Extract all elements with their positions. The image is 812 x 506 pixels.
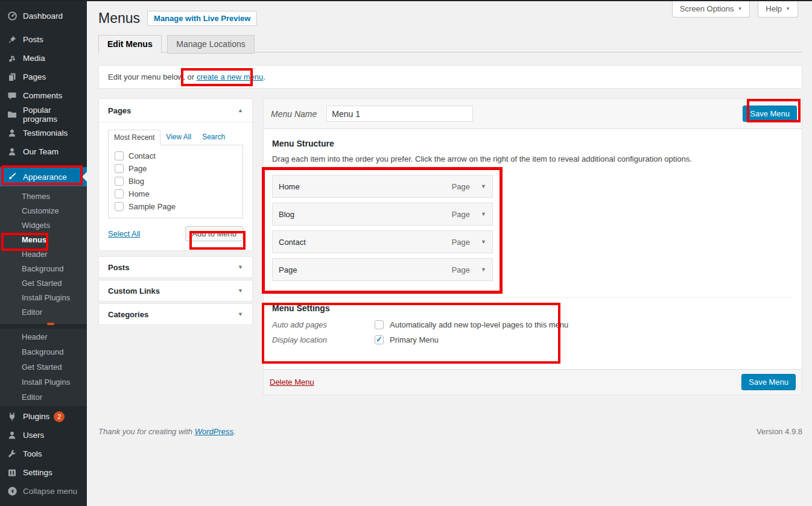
sidebar-item-popular-programs[interactable]: Popular programs <box>0 105 87 124</box>
submenu-item-editor[interactable]: Editor <box>0 305 87 320</box>
menu-item-title: Blog <box>279 210 294 219</box>
add-to-menu-button[interactable]: Add to Menu <box>185 226 243 241</box>
screen-options-button[interactable]: Screen Options ▼ <box>672 1 750 17</box>
sidebar-item-our-team[interactable]: Our Team <box>0 142 87 161</box>
sidebar-item-label: Plugins <box>23 412 49 421</box>
auto-add-pages-checkbox[interactable] <box>375 320 384 329</box>
menu-item-type: Page <box>452 265 470 274</box>
submenu-item-background-2[interactable]: Background <box>0 344 87 359</box>
submenu-item-background[interactable]: Background <box>0 262 87 276</box>
tab-view-all[interactable]: View All <box>160 130 197 145</box>
submenu-item-get-started-2[interactable]: Get Started <box>0 359 87 375</box>
menu-item-page[interactable]: Page Page ▼ <box>272 258 493 281</box>
delete-menu-link[interactable]: Delete Menu <box>270 378 314 387</box>
chevron-down-icon: ▼ <box>238 311 243 317</box>
sidebar-item-appearance[interactable]: Appearance <box>0 167 87 186</box>
save-menu-button-top[interactable]: Save Menu <box>743 106 797 122</box>
create-new-menu-link[interactable]: create a new menu <box>197 72 264 81</box>
submenu-item-widgets[interactable]: Widgets <box>0 218 87 233</box>
sidebar-item-posts[interactable]: Posts <box>0 30 87 49</box>
menu-item-title: Home <box>279 182 300 191</box>
menu-item-contact[interactable]: Contact Page ▼ <box>272 230 493 253</box>
submenu-item-customize[interactable]: Customize <box>0 204 87 218</box>
pages-checklist: Contact Page Blog Home <box>108 145 243 218</box>
submenu-item-editor-2[interactable]: Editor <box>0 390 87 405</box>
checkbox[interactable] <box>115 151 124 160</box>
checklist-item-page[interactable]: Page <box>109 162 243 175</box>
categories-accordion[interactable]: Categories ▼ <box>98 303 253 325</box>
tab-search[interactable]: Search <box>197 130 230 145</box>
sidebar-item-settings[interactable]: Settings <box>0 463 87 482</box>
tab-manage-locations[interactable]: Manage Locations <box>167 35 254 54</box>
submenu-item-install-plugins-2[interactable]: Install Plugins <box>0 375 87 390</box>
save-menu-button-bottom[interactable]: Save Menu <box>741 374 796 390</box>
sidebar-item-tools[interactable]: Tools <box>0 444 87 463</box>
pages-panel-header[interactable]: Pages ▲ <box>99 99 252 122</box>
checkbox[interactable] <box>115 164 124 173</box>
menu-item-type: Page <box>452 238 470 247</box>
menu-item-type: Page <box>452 182 470 191</box>
checkbox[interactable] <box>115 189 124 198</box>
sidebar-item-testimonials[interactable]: Testimonials <box>0 124 87 142</box>
menu-item-type: Page <box>452 210 470 219</box>
plugins-update-badge: 2 <box>54 411 65 422</box>
chevron-down-icon[interactable]: ▼ <box>481 239 486 245</box>
checklist-item-home[interactable]: Home <box>109 188 243 200</box>
notice-suffix: . <box>263 72 265 81</box>
wordpress-link[interactable]: WordPress <box>195 427 233 436</box>
primary-menu-checkbox[interactable] <box>375 335 384 344</box>
admin-bar-strip <box>0 0 812 1</box>
checkbox[interactable] <box>115 177 124 186</box>
sidebar-item-media[interactable]: Media <box>0 49 87 68</box>
submenu-item-header-2[interactable]: Header <box>0 329 87 344</box>
sidebar-item-comments[interactable]: Comments <box>0 86 87 105</box>
select-all-link[interactable]: Select All <box>108 229 140 238</box>
collapse-menu-button[interactable]: Collapse menu <box>0 482 87 501</box>
collapse-arrow-icon <box>6 485 18 498</box>
pages-panel-title: Pages <box>108 106 131 115</box>
checklist-item-blog[interactable]: Blog <box>109 175 243 188</box>
submenu-item-get-started[interactable]: Get Started <box>0 276 87 291</box>
secondary-submenu: Header Background Get Started Install Pl… <box>0 329 87 406</box>
sidebar-item-dashboard[interactable]: Dashboard <box>0 7 87 25</box>
sidebar-item-plugins[interactable]: Plugins 2 <box>0 407 87 426</box>
posts-accordion[interactable]: Posts ▼ <box>98 256 253 278</box>
submenu-item-themes[interactable]: Themes <box>0 189 87 204</box>
plug-icon <box>6 411 18 423</box>
page-title: Menus <box>98 10 140 27</box>
menu-item-blog[interactable]: Blog Page ▼ <box>272 203 493 226</box>
custom-links-accordion[interactable]: Custom Links ▼ <box>98 280 253 302</box>
manage-live-preview-button[interactable]: Manage with Live Preview <box>147 11 257 26</box>
person-icon <box>6 146 18 158</box>
accordion-label: Categories <box>108 310 148 319</box>
checkbox[interactable] <box>115 202 124 211</box>
submenu-item-menus[interactable]: Menus <box>0 233 87 247</box>
submenu-divider <box>0 324 87 329</box>
checklist-item-contact[interactable]: Contact <box>109 150 243 162</box>
sidebar-item-label: Comments <box>23 91 62 100</box>
chevron-down-icon[interactable]: ▼ <box>481 183 486 189</box>
screen-options-label: Screen Options <box>680 4 734 13</box>
sidebar-item-label: Pages <box>23 72 46 81</box>
auto-add-pages-text[interactable]: Automatically add new top-level pages to… <box>390 320 568 329</box>
menu-settings-title: Menu Settings <box>272 303 793 313</box>
primary-menu-text[interactable]: Primary Menu <box>390 335 439 344</box>
menu-name-input[interactable] <box>326 106 473 122</box>
chevron-down-icon: ▼ <box>785 6 790 11</box>
submenu-item-install-plugins[interactable]: Install Plugins <box>0 291 87 305</box>
checklist-item-sample-page[interactable]: Sample Page <box>109 200 243 213</box>
chevron-down-icon: ▼ <box>238 288 243 294</box>
chevron-up-icon[interactable]: ▲ <box>238 107 243 113</box>
help-button[interactable]: Help ▼ <box>758 1 798 17</box>
submenu-item-header[interactable]: Header <box>0 247 87 262</box>
pages-panel: Pages ▲ Most Recent View All Search Cont… <box>98 98 253 251</box>
sidebar-separator <box>0 25 87 30</box>
menu-item-home[interactable]: Home Page ▼ <box>272 175 493 198</box>
chevron-down-icon[interactable]: ▼ <box>481 211 486 217</box>
sidebar-item-pages[interactable]: Pages <box>0 68 87 86</box>
tab-most-recent[interactable]: Most Recent <box>108 130 160 145</box>
tab-edit-menus[interactable]: Edit Menus <box>98 35 162 54</box>
sidebar-item-users[interactable]: Users <box>0 426 87 444</box>
chevron-down-icon[interactable]: ▼ <box>481 267 486 273</box>
edit-menu-notice: Edit your menu below, or create a new me… <box>98 65 802 89</box>
